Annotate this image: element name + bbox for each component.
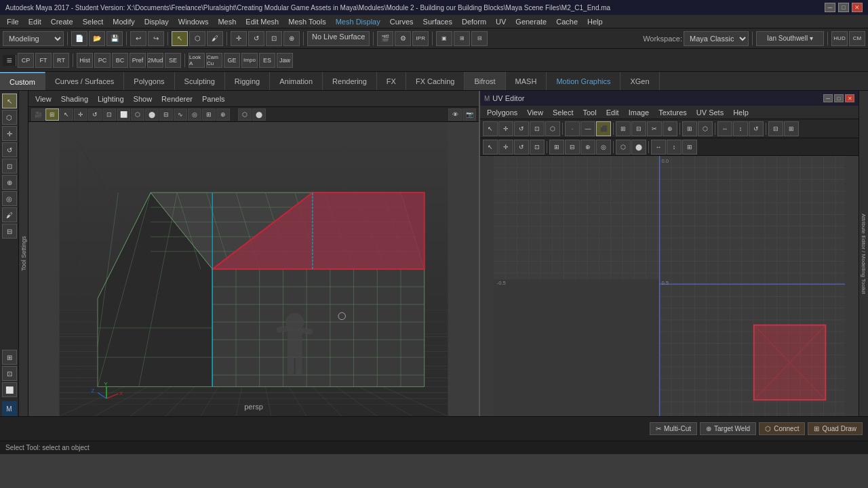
mode-dropdown[interactable]: Modeling Rigging Animation FX Rendering [3, 31, 64, 46]
viewport2-btn[interactable]: ⊞ [454, 31, 470, 46]
uv-face-mode[interactable]: ⬛ [596, 121, 611, 136]
tab-rendering[interactable]: Rendering [323, 72, 377, 90]
tab-curves-surfaces[interactable]: Curves / Surfaces [45, 72, 124, 90]
vpt-move[interactable]: ✛ [74, 108, 87, 121]
uv-cut-btn[interactable]: ✂ [647, 121, 662, 136]
rotate-tool-icon[interactable]: ↺ [2, 142, 17, 157]
uv-vert-mode[interactable]: · [565, 121, 580, 136]
hud-btn[interactable]: HUD [831, 31, 848, 46]
uv-menu-polygons[interactable]: Polygons [483, 108, 521, 117]
uv-menu-image[interactable]: Image [625, 108, 654, 117]
vpt-snap-point[interactable]: ◎ [188, 108, 201, 121]
vpt-snap-surface[interactable]: ⊞ [202, 108, 216, 121]
uv-menu-select[interactable]: Select [549, 108, 578, 117]
tab-motion-graphics[interactable]: Motion Graphics [547, 72, 620, 90]
user-menu[interactable]: Ian Southwell ▾ [756, 31, 824, 46]
shelf-item-jaw[interactable]: Jaw [277, 53, 293, 68]
uv-unfold-btn[interactable]: ⊟ [631, 121, 646, 136]
soft-mod-icon[interactable]: ◎ [2, 191, 17, 206]
shelf-item-se[interactable]: SE [165, 53, 181, 68]
vpt-rect-select[interactable]: ⬜ [117, 108, 130, 121]
vpt-paint[interactable]: ⬤ [145, 108, 159, 121]
vpt-snap-grid[interactable]: ⊟ [159, 108, 173, 121]
save-file-button[interactable]: 💾 [106, 31, 123, 46]
uv-close-btn[interactable]: ✕ [845, 94, 854, 102]
open-file-button[interactable]: 📂 [89, 31, 105, 46]
vpt-rotate[interactable]: ↺ [88, 108, 102, 121]
shelf-item-ge[interactable]: GE [224, 53, 240, 68]
uv-menu-help[interactable]: Help [729, 108, 753, 117]
menu-display[interactable]: Display [140, 17, 173, 26]
shelf-item-lookat[interactable]: Look A [189, 53, 205, 68]
scale-tool-icon[interactable]: ⊡ [2, 159, 17, 174]
show-manip-icon[interactable]: ⊟ [2, 224, 17, 239]
shelf-item-cp[interactable]: CP [18, 53, 34, 68]
vpt-snap-live[interactable]: ⊕ [216, 108, 230, 121]
shelf-item-es[interactable]: ES [259, 53, 275, 68]
menu-uv[interactable]: UV [492, 17, 510, 26]
viewport-3d[interactable]: View Shading Lighting Show Renderer Pane… [28, 91, 479, 416]
shelf-item-rt[interactable]: RT [53, 53, 69, 68]
vpt-screenshot[interactable]: 📷 [462, 108, 476, 121]
uv-tb2-scale[interactable]: ⊡ [530, 140, 545, 155]
menu-help[interactable]: Help [583, 17, 607, 26]
color-mgmt-btn[interactable]: CM [849, 31, 865, 46]
uv-tb2-a[interactable]: ⊞ [549, 140, 564, 155]
vpt-isolate[interactable]: 👁 [448, 108, 462, 121]
no-live-surface-btn[interactable]: No Live Surface [307, 31, 370, 46]
uv-canvas[interactable]: 0.0 -0.5 0.5 [480, 156, 859, 416]
tool-settings-tab[interactable]: Tool Settings [19, 91, 28, 416]
paint-select-icon[interactable]: ⬡ [2, 110, 17, 125]
ipr-btn[interactable]: IPR [412, 31, 429, 46]
multi-cut-button[interactable]: ✂ Multi-Cut [650, 422, 697, 435]
select-tool-button[interactable]: ↖ [172, 31, 188, 46]
tab-fx[interactable]: FX [377, 72, 406, 90]
scale-tool-button[interactable]: ⊡ [266, 31, 282, 46]
uv-shear-tool[interactable]: ⬡ [545, 121, 560, 136]
tab-polygons[interactable]: Polygons [124, 72, 174, 90]
shelf-item-bc[interactable]: BC [112, 53, 128, 68]
tab-custom[interactable]: Custom [0, 72, 45, 90]
vp-menu-show[interactable]: Show [130, 94, 157, 104]
universal-tool-button[interactable]: ⊕ [283, 31, 300, 46]
vpt-shaded[interactable]: ⬤ [252, 108, 266, 121]
uv-rotate90-btn[interactable]: ↺ [749, 121, 764, 136]
uv-align-left-btn[interactable]: ⊞ [784, 121, 799, 136]
uv-maximize-btn[interactable]: □ [834, 94, 844, 102]
menu-mesh-tools[interactable]: Mesh Tools [284, 17, 330, 26]
connect-button[interactable]: ⬡ Connect [759, 422, 805, 435]
vpt-grid[interactable]: ⊞ [45, 108, 59, 121]
vp-menu-lighting[interactable]: Lighting [94, 94, 128, 104]
uv-tb2-i[interactable]: ⊞ [682, 140, 697, 155]
tab-animation[interactable]: Animation [270, 72, 323, 90]
uv-tb2-c[interactable]: ⊕ [580, 140, 595, 155]
uv-edge-mode[interactable]: — [580, 121, 595, 136]
uv-flip-v-btn[interactable]: ↕ [733, 121, 748, 136]
redo-button[interactable]: ↪ [148, 31, 164, 46]
uv-menu-tool[interactable]: Tool [579, 108, 601, 117]
viewport3-btn[interactable]: ⊟ [471, 31, 488, 46]
new-file-button[interactable]: 📄 [71, 31, 87, 46]
vp-menu-renderer[interactable]: Renderer [157, 94, 197, 104]
vpt-wireframe[interactable]: ⬡ [238, 108, 252, 121]
menu-edit-mesh[interactable]: Edit Mesh [241, 17, 283, 26]
uv-menu-uv-sets[interactable]: UV Sets [692, 108, 728, 117]
render-btn[interactable]: 🎬 [377, 31, 393, 46]
uv-tb2-drag[interactable]: ✛ [498, 140, 513, 155]
vpt-snap-curve[interactable]: ∿ [174, 108, 187, 121]
uv-tb2-select[interactable]: ↖ [483, 140, 498, 155]
menu-cache[interactable]: Cache [552, 17, 582, 26]
minimize-button[interactable]: ─ [825, 3, 835, 12]
uv-snap-together-btn[interactable]: ⊟ [768, 121, 783, 136]
vp-menu-panels[interactable]: Panels [198, 94, 229, 104]
rotate-tool-button[interactable]: ↺ [248, 31, 264, 46]
shelf-item-pc[interactable]: PC [94, 53, 111, 68]
tab-fx-caching[interactable]: FX Caching [406, 72, 465, 90]
vpt-camera[interactable]: 🎥 [31, 108, 45, 121]
sidebar-toggle[interactable]: ≡ [3, 55, 16, 66]
shelf-item-impo[interactable]: Impo [241, 53, 258, 68]
tab-rigging[interactable]: Rigging [225, 72, 270, 90]
sculpt-icon[interactable]: 🖌 [2, 207, 17, 222]
snap-point-icon[interactable]: ⬜ [2, 382, 17, 397]
menu-windows[interactable]: Windows [174, 17, 213, 26]
